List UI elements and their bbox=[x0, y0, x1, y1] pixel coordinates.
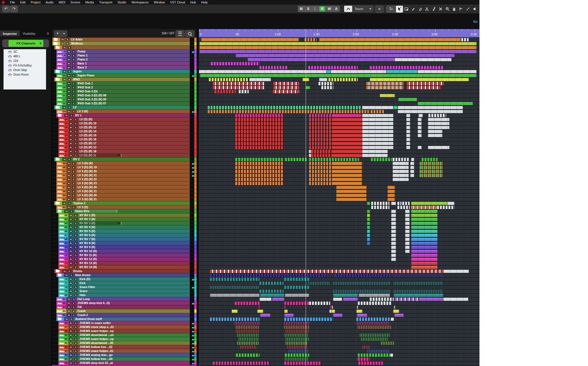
track-row[interactable]: ▂▆▃▅▂85msCrash 2 bbox=[52, 313, 197, 317]
audio-event-clip[interactable] bbox=[284, 306, 285, 309]
audio-event-clip[interactable] bbox=[362, 154, 388, 157]
waveform-icon[interactable]: ▂▆▃▅▂54 bbox=[56, 177, 66, 181]
audio-event-clip[interactable] bbox=[387, 190, 395, 193]
solo-button[interactable]: s bbox=[72, 194, 76, 197]
audio-event-clip[interactable] bbox=[406, 126, 410, 129]
audio-event-clip[interactable] bbox=[411, 246, 438, 249]
track-name[interactable]: LV (D) (R) 15 bbox=[78, 134, 190, 137]
track-name[interactable]: NY BV 6 (R) bbox=[78, 233, 190, 237]
tool-comp-icon[interactable] bbox=[458, 6, 464, 13]
track-row[interactable]: ▂▆▃▅▂69msNY BV 8 (R) bbox=[52, 241, 197, 245]
arrangement-track-lane[interactable] bbox=[199, 317, 479, 321]
mute-button[interactable]: m bbox=[69, 294, 73, 297]
audio-event-clip[interactable] bbox=[391, 242, 396, 245]
solo-button[interactable]: s bbox=[74, 214, 78, 217]
mute-button[interactable]: m bbox=[67, 58, 71, 61]
mute-button[interactable]: m bbox=[69, 345, 73, 349]
solo-button[interactable]: s bbox=[72, 178, 76, 181]
audio-event-clip[interactable] bbox=[405, 250, 410, 253]
waveform-icon[interactable]: ▂▆▃▅▂92 bbox=[58, 345, 68, 349]
audio-event-clip[interactable] bbox=[286, 341, 307, 345]
solo-button[interactable]: s bbox=[74, 222, 78, 225]
folder-icon[interactable] bbox=[56, 209, 64, 213]
audio-event-clip[interactable] bbox=[236, 54, 455, 57]
track-row[interactable]: ▂▆▃▅▂42msLV (D) (R) 18 bbox=[52, 149, 197, 153]
track-filter-button[interactable] bbox=[175, 30, 185, 37]
audio-event-clip[interactable] bbox=[428, 122, 450, 125]
audio-event-clip[interactable] bbox=[390, 353, 393, 357]
mute-button[interactable]: m bbox=[69, 357, 73, 361]
fx-channel-item[interactable]: SC bbox=[4, 49, 46, 54]
waveform-icon[interactable]: ▂▆▃▅▂22 bbox=[56, 98, 66, 101]
audio-event-clip[interactable] bbox=[235, 114, 283, 117]
folder-icon[interactable] bbox=[56, 317, 64, 321]
audio-event-clip[interactable] bbox=[272, 298, 284, 301]
audio-event-clip[interactable] bbox=[405, 242, 410, 245]
audio-event-clip[interactable] bbox=[208, 106, 361, 109]
audio-event-clip[interactable] bbox=[286, 329, 309, 333]
solo-button[interactable]: s bbox=[74, 353, 78, 357]
audio-event-clip[interactable] bbox=[237, 341, 260, 345]
track-name[interactable] bbox=[72, 46, 190, 49]
track-name[interactable]: LV 3 (D) bbox=[76, 205, 190, 209]
audio-event-clip[interactable] bbox=[332, 130, 362, 133]
track-row[interactable]: ▂▆▃▅▂88msJVIEWS snare helper...op bbox=[52, 329, 197, 333]
track-row[interactable]: ▂▆▃▅▂82msJVIEWS deep kick 0...D) bbox=[52, 301, 197, 305]
audio-event-clip[interactable] bbox=[411, 210, 438, 213]
solo-button[interactable]: s bbox=[72, 302, 76, 305]
audio-event-clip[interactable] bbox=[213, 86, 264, 89]
audio-event-clip[interactable] bbox=[411, 250, 438, 253]
track-row[interactable]: ▂▆▃▅▂96msJVIEWS deep kick 02...at bbox=[52, 361, 197, 365]
audio-event-clip[interactable] bbox=[443, 298, 468, 301]
track-name[interactable]: NY BV 4 (R) bbox=[78, 225, 190, 229]
audio-event-clip[interactable] bbox=[395, 58, 452, 61]
track-name[interactable]: JVIEWS rv snare softer bbox=[78, 321, 190, 325]
folder-icon[interactable] bbox=[52, 42, 60, 45]
edit-channel-button[interactable]: e bbox=[375, 6, 383, 13]
solo-button[interactable]: s bbox=[72, 190, 76, 193]
audio-event-clip[interactable] bbox=[248, 58, 395, 61]
audio-event-clip[interactable] bbox=[213, 361, 270, 365]
track-row[interactable]: ▂▆▃▅▂54msLV 3 (D) (R) 22 bbox=[52, 177, 197, 181]
track-name[interactable]: NY BV 13 (R) bbox=[78, 261, 190, 265]
tool-range-selection-icon[interactable] bbox=[403, 6, 410, 13]
audio-event-clip[interactable] bbox=[235, 146, 283, 149]
audio-event-clip[interactable] bbox=[319, 38, 461, 41]
solo-button[interactable]: s bbox=[72, 298, 76, 301]
mute-button[interactable]: m bbox=[69, 126, 73, 129]
track-name[interactable]: LV Arkiv bbox=[70, 38, 190, 41]
solo-button[interactable]: s bbox=[74, 154, 78, 157]
track-row[interactable]: ▂▆▃▅▂72msNY BV 11 (R) bbox=[52, 253, 197, 257]
audio-event-clip[interactable] bbox=[199, 46, 477, 49]
waveform-icon[interactable]: ▂▆▃▅▂38 bbox=[58, 141, 68, 145]
mute-button[interactable]: m bbox=[67, 178, 71, 181]
waveform-icon[interactable]: ▂▆▃▅▂90 bbox=[58, 337, 68, 341]
global-l-button[interactable]: L bbox=[313, 6, 318, 11]
solo-button[interactable]: s bbox=[74, 333, 78, 337]
track-name[interactable]: Ambient Drum stuff bbox=[74, 317, 190, 321]
audio-event-clip[interactable] bbox=[406, 146, 410, 149]
audio-event-clip[interactable] bbox=[332, 162, 362, 165]
waveform-icon[interactable]: ▂▆▃▅▂14 bbox=[56, 74, 66, 77]
arrangement-track-lane[interactable] bbox=[199, 114, 479, 118]
audio-event-clip[interactable] bbox=[367, 230, 370, 233]
waveform-icon[interactable]: ▂▆▃▅▂61 bbox=[56, 205, 66, 209]
waveform-icon[interactable]: ▂▆▃▅▂80 bbox=[58, 293, 68, 297]
track-name[interactable]: JVIEWS deep kick 02...at bbox=[78, 361, 190, 365]
menu-item-workspaces[interactable]: Workspaces bbox=[129, 0, 151, 5]
waveform-icon[interactable]: ▂▆▃▅▂96 bbox=[58, 361, 68, 365]
waveform-icon[interactable]: ▂▆▃▅▂28 bbox=[58, 122, 68, 125]
solo-button[interactable]: s bbox=[72, 98, 76, 101]
waveform-icon[interactable]: ▂▆▃▅▂50 bbox=[56, 169, 66, 173]
audio-event-clip[interactable] bbox=[358, 353, 390, 357]
audio-event-clip[interactable] bbox=[235, 174, 283, 177]
mute-button[interactable]: m bbox=[69, 254, 73, 257]
audio-event-clip[interactable] bbox=[370, 66, 443, 69]
mute-button[interactable]: m bbox=[67, 306, 71, 309]
track-name[interactable]: BV 2 bbox=[72, 157, 190, 161]
menu-item-file[interactable]: File bbox=[7, 0, 18, 5]
mute-button[interactable]: m bbox=[67, 102, 71, 105]
audio-event-clip[interactable] bbox=[393, 158, 409, 161]
audio-event-clip[interactable] bbox=[239, 337, 259, 341]
audio-event-clip[interactable] bbox=[284, 325, 309, 329]
